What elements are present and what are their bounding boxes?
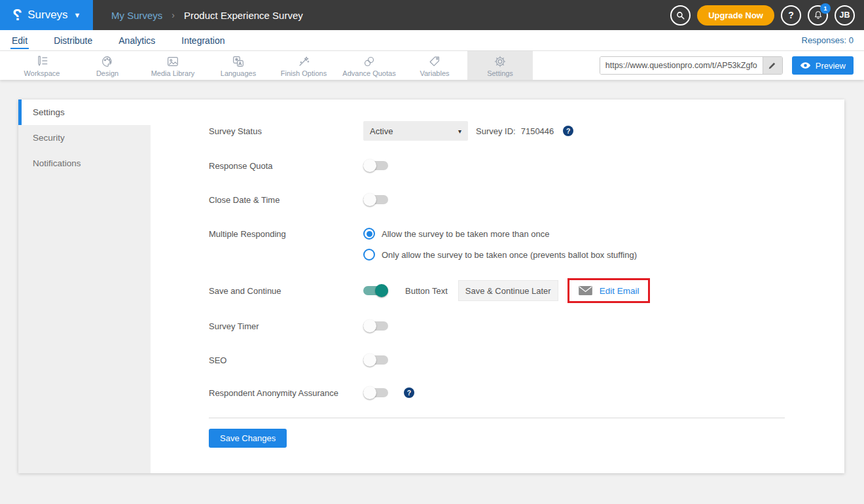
response-quota-label: Response Quota <box>209 161 363 171</box>
toggle-knob <box>363 159 376 172</box>
tab-edit[interactable]: Edit <box>10 32 29 49</box>
survey-status-value: Active <box>370 126 393 136</box>
toolbar-tab-label: Design <box>96 69 118 77</box>
button-text-input[interactable] <box>458 280 558 301</box>
tab-analytics[interactable]: Analytics <box>117 32 156 49</box>
settings-form: Survey Status Active ▾ Survey ID: 715044… <box>151 99 844 473</box>
button-text-label: Button Text <box>405 286 448 296</box>
close-date-label: Close Date & Time <box>209 195 363 205</box>
survey-id-help-icon[interactable]: ? <box>563 126 573 136</box>
toolbar-tab-label: Variables <box>420 69 449 77</box>
top-bar: ? Surveys ▼ My Surveys › Product Experie… <box>0 0 864 30</box>
radio-label: Only allow the survey to be taken once (… <box>382 250 637 260</box>
breadcrumb-current: Product Experience Survey <box>184 10 303 21</box>
preview-label: Preview <box>816 61 846 71</box>
response-quota-toggle[interactable] <box>363 161 388 170</box>
radio-option-allow-multiple: Allow the survey to be taken more than o… <box>363 224 844 243</box>
multiple-responding-row: Multiple Responding Allow the survey to … <box>209 224 844 264</box>
responses-count: Responses: 0 <box>802 35 854 45</box>
preview-button[interactable]: Preview <box>792 56 854 75</box>
respondent-anonymity-row: Respondent Anonymity Assurance ? <box>209 383 844 403</box>
radio-button[interactable] <box>363 249 375 261</box>
form-divider <box>209 418 785 418</box>
sidebar-item-settings[interactable]: Settings <box>18 99 151 125</box>
toggle-knob <box>363 386 376 399</box>
save-and-continue-row: Save and Continue Button Text Edit Email <box>209 278 844 303</box>
toolbar-right: Preview <box>600 51 864 80</box>
save-changes-button[interactable]: Save Changes <box>209 429 287 448</box>
toolbar-tab-label: Finish Options <box>281 69 327 77</box>
survey-status-label: Survey Status <box>209 126 363 136</box>
seo-toggle[interactable] <box>363 355 388 365</box>
survey-status-select[interactable]: Active ▾ <box>363 121 468 141</box>
help-button[interactable]: ? <box>781 5 801 26</box>
translate-icon <box>231 54 245 69</box>
user-avatar[interactable]: JB <box>835 5 855 26</box>
notifications-button[interactable]: 1 <box>808 5 828 26</box>
magic-wand-icon <box>297 54 311 69</box>
toolbar-tab-label: Languages <box>221 69 256 77</box>
survey-id-label: Survey ID: <box>476 126 516 136</box>
respondent-anonymity-toggle[interactable] <box>363 388 388 397</box>
survey-timer-row: Survey Timer <box>209 316 844 336</box>
close-date-toggle[interactable] <box>363 195 388 204</box>
page-background: Settings Security Notifications Survey S… <box>0 80 864 504</box>
toolbar-tab-settings[interactable]: Settings <box>467 51 533 80</box>
respondent-anonymity-label: Respondent Anonymity Assurance <box>209 388 363 398</box>
gear-icon <box>493 54 507 69</box>
toggle-knob <box>375 284 388 297</box>
breadcrumb-parent[interactable]: My Surveys <box>111 10 162 21</box>
sidebar-item-security[interactable]: Security <box>18 125 151 151</box>
toolbar-tab-label: Advance Quotas <box>342 69 395 77</box>
edit-email-link[interactable]: Edit Email <box>600 286 639 296</box>
sidebar-item-notifications[interactable]: Notifications <box>18 151 151 176</box>
pencil-icon <box>768 61 777 70</box>
toolbar-tab-variables[interactable]: Variables <box>402 51 467 80</box>
radio-button[interactable] <box>363 228 375 240</box>
tag-icon <box>427 54 442 69</box>
response-quota-row: Response Quota <box>209 156 844 175</box>
survey-id-value: 7150446 <box>521 126 554 136</box>
multiple-responding-label: Multiple Responding <box>209 224 363 239</box>
search-icon <box>675 10 686 21</box>
question-mark-icon: ? <box>788 10 794 20</box>
survey-nav: Edit Distribute Analytics Integration Re… <box>0 30 864 51</box>
toolbar-tab-media-library[interactable]: Media Library <box>140 51 206 80</box>
toggle-knob <box>363 193 376 206</box>
workspace-icon <box>35 54 49 69</box>
avatar-initials: JB <box>840 10 850 20</box>
toolbar-tab-design[interactable]: Design <box>75 51 140 80</box>
seo-row: SEO <box>209 350 844 370</box>
topbar-actions: Upgrade Now ? 1 JB <box>670 5 864 26</box>
eye-icon <box>800 62 811 69</box>
toolbar-tab-advance-quotas[interactable]: Advance Quotas <box>336 51 402 80</box>
survey-url-box <box>600 56 783 75</box>
seo-label: SEO <box>209 355 363 365</box>
edit-url-button[interactable] <box>763 57 782 74</box>
toolbar-tab-label: Workspace <box>24 69 60 77</box>
chevron-down-icon: ▼ <box>74 11 81 19</box>
search-button[interactable] <box>670 5 691 26</box>
save-and-continue-toggle[interactable] <box>363 286 388 295</box>
app-menu-label: Surveys <box>27 9 67 22</box>
survey-url-input[interactable] <box>600 57 763 74</box>
sidebar-item-label: Security <box>33 133 65 143</box>
tab-integration[interactable]: Integration <box>180 32 226 49</box>
toolbar-tab-label: Settings <box>487 69 513 77</box>
app-menu[interactable]: ? Surveys ▼ <box>0 0 93 30</box>
respondent-anonymity-help-icon[interactable]: ? <box>404 387 414 398</box>
toggle-knob <box>363 319 376 333</box>
radio-option-only-once: Only allow the survey to be taken once (… <box>363 245 844 264</box>
toolbar-tab-workspace[interactable]: Workspace <box>9 51 75 80</box>
edit-email-highlight-box: Edit Email <box>567 278 650 303</box>
breadcrumb: My Surveys › Product Experience Survey <box>111 10 303 21</box>
toggle-knob <box>363 353 376 367</box>
sidebar-item-label: Settings <box>33 107 65 117</box>
edit-toolbar: Workspace Design Media Library Languages… <box>0 51 864 80</box>
toolbar-tab-finish-options[interactable]: Finish Options <box>271 51 336 80</box>
survey-timer-toggle[interactable] <box>363 321 388 331</box>
breadcrumb-separator-icon: › <box>171 10 175 20</box>
toolbar-tab-languages[interactable]: Languages <box>206 51 271 80</box>
upgrade-now-button[interactable]: Upgrade Now <box>697 5 774 26</box>
tab-distribute[interactable]: Distribute <box>52 32 94 49</box>
